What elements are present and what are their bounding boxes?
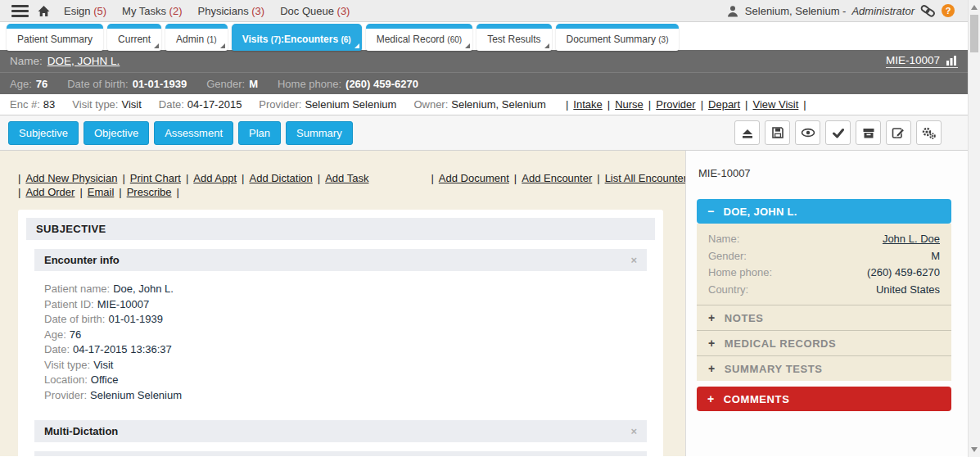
subjective-button[interactable]: Subjective (8, 121, 79, 145)
expand-icon: + (708, 337, 716, 350)
sidebar-section-comments[interactable]: + COMMENTS (697, 387, 951, 411)
add-document-link[interactable]: Add Document (439, 171, 509, 185)
preview-button[interactable] (795, 120, 820, 145)
encounter-bar: Enc #:83 Visit type:Visit Date:04-17-201… (0, 94, 968, 115)
tab-corner-icon (355, 43, 359, 48)
tab-corner-icon (544, 43, 549, 48)
collapse-icon[interactable]: − (707, 205, 714, 218)
demographics-bar: Age:76 Date of birth:01-01-1939 Gender:M… (0, 72, 968, 94)
demo-age: Age:76 (10, 78, 47, 90)
archive-icon (862, 127, 875, 139)
user-name: Selenium, Selenium - (745, 5, 847, 17)
print-chart-link[interactable]: Print Chart (130, 171, 181, 185)
chief-complaint-header: Chief complaint × (34, 451, 647, 456)
sb-field-gender: Gender: M (697, 248, 951, 265)
help-icon[interactable]: ? (942, 4, 955, 17)
close-icon[interactable]: × (630, 425, 637, 437)
encounter-links: | Intake | Nurse | Provider | Depart | V… (566, 98, 806, 111)
tab-visits-encounters[interactable]: Visits (7):Encounters (6) (232, 24, 362, 51)
encounter-info-fields: Patient name:Doe, John L. Patient ID:MIE… (34, 271, 647, 411)
tab-corner-icon (154, 43, 159, 48)
patient-name-link[interactable]: DOE, JOHN L. (47, 55, 120, 67)
sidebar-section-notes[interactable]: + NOTES (697, 305, 951, 330)
scroll-up-icon[interactable] (971, 5, 978, 10)
user-area: Selenium, Selenium - Administrator ? (726, 4, 955, 18)
email-link[interactable]: Email (88, 185, 115, 199)
top-bar: Esign (5) My Tasks (2) Physicians (3) Do… (0, 0, 968, 22)
note-toolbar: Subjective Objective Assessment Plan Sum… (0, 115, 968, 151)
field-location: Location:Office (44, 373, 647, 388)
depart-link[interactable]: Depart (708, 98, 740, 111)
tab-patient-summary[interactable]: Patient Summary (7, 24, 103, 51)
intake-link[interactable]: Intake (573, 98, 602, 111)
nav-physicians[interactable]: Physicians (3) (198, 5, 265, 17)
field-patient-name: Patient name:Doe, John L. (44, 282, 647, 297)
sb-field-country: Country: United States (697, 282, 951, 299)
plan-button[interactable]: Plan (238, 121, 281, 145)
summary-button[interactable]: Summary (286, 121, 353, 145)
expand-icon: + (707, 392, 715, 405)
subjective-section-title: SUBJECTIVE (26, 218, 655, 240)
user-role: Administrator (851, 5, 915, 17)
edit-button[interactable] (886, 120, 911, 145)
home-button[interactable] (37, 5, 51, 17)
objective-button[interactable]: Objective (84, 121, 149, 145)
chart-id-link[interactable]: MIE-10007 (886, 54, 958, 68)
patient-widget-header[interactable]: − DOE, JOHN L. (697, 199, 951, 224)
eject-icon (741, 127, 754, 139)
home-icon (37, 5, 51, 17)
encounter-info-section: Encounter info × Patient name:Doe, John … (34, 249, 647, 411)
scrollbar-thumb[interactable] (970, 15, 978, 52)
add-appt-link[interactable]: Add Appt (193, 171, 237, 185)
sidebar-section-summary-tests[interactable]: + SUMMARY TESTS (697, 355, 951, 381)
close-icon[interactable]: × (630, 254, 637, 266)
chart-tab-bar: Patient Summary Current Admin (1) Visits… (0, 22, 968, 50)
tab-corner-icon (465, 43, 470, 48)
link-chain-icon[interactable] (920, 4, 936, 18)
list-all-encounters-link[interactable]: List All Encounters (605, 171, 685, 185)
page-scrollbar[interactable] (968, 0, 980, 457)
sidebar-patient-name-link[interactable]: John L. Doe (883, 233, 940, 247)
sb-field-name: Name: John L. Doe (697, 231, 951, 248)
note-tool-icons (734, 120, 942, 145)
tab-medical-record[interactable]: Medical Record (60) (366, 24, 473, 51)
note-main-panel: | Add New Physician | Print Chart | Add … (0, 151, 685, 456)
patient-widget: − DOE, JOHN L. Name: John L. Doe Gender:… (697, 199, 951, 411)
hamburger-menu-icon[interactable] (11, 5, 29, 17)
view-visit-link[interactable]: View Visit (752, 98, 798, 111)
demo-home-phone: Home phone:(260) 459-6270 (278, 78, 418, 90)
sign-button[interactable] (825, 120, 851, 145)
add-encounter-link[interactable]: Add Encounter (522, 171, 592, 185)
nav-my-tasks[interactable]: My Tasks (2) (122, 5, 182, 17)
nav-esign[interactable]: Esign (5) (64, 5, 106, 17)
add-task-link[interactable]: Add Task (325, 171, 368, 185)
enc-visit-type: Visit type:Visit (72, 98, 141, 111)
archive-button[interactable] (856, 120, 881, 145)
nav-doc-queue[interactable]: Doc Queue (3) (280, 5, 350, 17)
tab-test-results[interactable]: Test Results (476, 24, 551, 51)
content-area: | Add New Physician | Print Chart | Add … (0, 151, 968, 456)
top-nav: Esign (5) My Tasks (2) Physicians (3) Do… (64, 5, 350, 17)
nurse-link[interactable]: Nurse (615, 98, 644, 111)
add-dictation-link[interactable]: Add Dictation (249, 171, 312, 185)
tab-admin[interactable]: Admin (1) (165, 24, 228, 51)
tab-document-summary[interactable]: Document Summary (3) (556, 24, 680, 51)
prescribe-link[interactable]: Prescribe (127, 185, 172, 199)
scroll-down-icon[interactable] (971, 447, 978, 452)
add-order-link[interactable]: Add Order (25, 185, 75, 199)
chief-complaint-section: Chief complaint × (34, 451, 647, 456)
assessment-button[interactable]: Assessment (154, 121, 233, 145)
multi-dictation-section: Multi-Dictation × (34, 420, 647, 442)
add-new-physician-link[interactable]: Add New Physician (25, 171, 117, 185)
sidebar-section-medical-records[interactable]: + MEDICAL RECORDS (697, 330, 951, 355)
expand-icon: + (708, 362, 716, 375)
expand-icon: + (708, 311, 716, 324)
eject-button[interactable] (734, 120, 760, 145)
ehr-app: Esign (5) My Tasks (2) Physicians (3) Do… (0, 0, 968, 456)
settings-button[interactable] (916, 120, 942, 145)
tab-current[interactable]: Current (107, 24, 161, 51)
save-button[interactable] (765, 120, 790, 145)
patient-widget-body: Name: John L. Doe Gender: M Home phone: … (697, 224, 951, 305)
bar-chart-icon (946, 55, 958, 66)
provider-link[interactable]: Provider (656, 98, 695, 111)
